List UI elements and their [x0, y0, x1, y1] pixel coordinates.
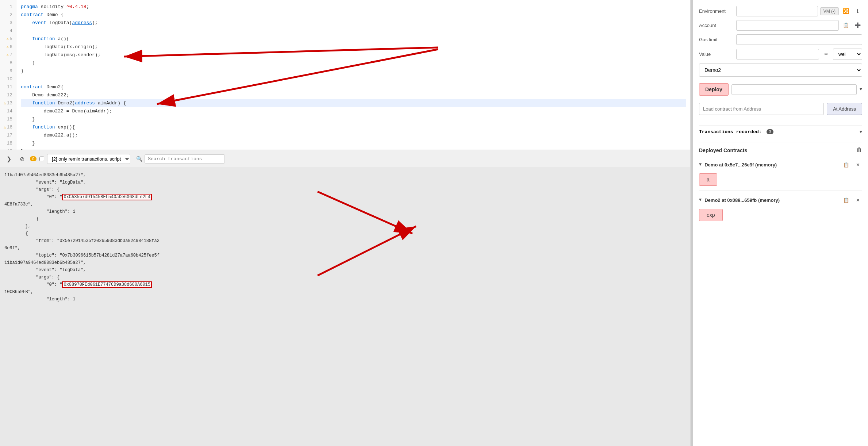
line-num-16: ⚠16: [1, 123, 15, 131]
log-highlight-1: 0xCA35b7d915458EF540aDe6068dFe2F4: [62, 194, 152, 200]
code-line-6: logData(tx.origin);: [21, 43, 686, 51]
toolbar: ❯ ⊘ 0 [2] only remix transactions, scrip…: [0, 150, 690, 168]
at-address-button[interactable]: At Address: [827, 103, 862, 115]
vm-badge: VM (-): [820, 7, 839, 15]
line-num-3: 3: [1, 19, 15, 27]
search-input[interactable]: [145, 154, 225, 164]
code-editor[interactable]: pragma solidity ^0.4.18; contract Demo {…: [16, 0, 690, 150]
code-line-11: contract Demo2{: [21, 83, 686, 91]
environment-label: Environment: [699, 8, 732, 14]
code-line-12: Demo demo222;: [21, 91, 686, 99]
deployed-header: Deployed Contracts 🗑: [699, 147, 862, 154]
log-highlight-2: 0x08970FEd061E7747CD9a38d680A6015: [62, 281, 152, 288]
contract1-chevron-icon[interactable]: ▼: [699, 162, 702, 167]
line-numbers: 1 2 3 4 ⚠5 ⚠6 ⚠7 8 9 10 11 12 ⚠13 14 15 …: [0, 0, 16, 150]
copy-account-icon[interactable]: 📋: [841, 21, 850, 30]
line-num-7: ⚠7: [1, 51, 15, 59]
environment-row: Environment JavaScript VM VM (-) 🔀 ℹ: [699, 6, 862, 16]
badge-count: 0: [30, 156, 37, 161]
deployed-title: Deployed Contracts: [699, 147, 747, 153]
value-unit-select[interactable]: wei: [833, 49, 862, 60]
code-line-16: function exp(){: [21, 123, 686, 131]
log-text-before: 11ba1d07a9464ed8083eb6b485a27", "event":…: [4, 172, 686, 303]
line-num-14: 14: [1, 107, 15, 115]
code-line-14: demo222 = Demo(aimAddr);: [21, 107, 686, 115]
line-num-19: 19: [1, 147, 15, 150]
value-row: Value 0 ⌨ wei: [699, 49, 862, 60]
account-row: Account 0xca3...a733c (99.99999999999999…: [699, 20, 862, 31]
line-num-10: 10: [1, 75, 15, 83]
trash-icon[interactable]: 🗑: [856, 147, 862, 154]
code-line-13: function Demo2(address aimAddr) {: [21, 99, 686, 107]
line-num-17: 17: [1, 131, 15, 139]
transactions-label: Transactions recorded: 3: [699, 129, 773, 135]
search-icon[interactable]: 🔍: [136, 156, 142, 162]
log-area[interactable]: 11ba1d07a9464ed8083eb6b485a27", "event":…: [0, 168, 690, 446]
value-input[interactable]: 0: [736, 49, 819, 59]
code-line-4: [21, 27, 686, 35]
transactions-badge: 3: [767, 129, 773, 134]
line-num-1: 1: [1, 3, 15, 11]
divider-1: [699, 190, 862, 191]
environment-input[interactable]: JavaScript VM: [736, 6, 818, 16]
line-num-8: 8: [1, 59, 15, 67]
load-address-input[interactable]: [699, 103, 824, 115]
line-num-13: ⚠13: [1, 99, 15, 107]
address-row: At Address: [699, 103, 862, 115]
code-line-5: function a(){: [21, 35, 686, 43]
contract-item-2: ▼ Demo2 at 0x089...659fb (memory) 📋 ✕ ex…: [699, 193, 862, 221]
account-input[interactable]: 0xca3...a733c (99.9999999999999997139...: [736, 20, 839, 31]
line-num-6: ⚠6: [1, 43, 15, 51]
contract2-chevron-icon[interactable]: ▼: [699, 197, 702, 203]
code-line-1: pragma solidity ^0.4.18;: [21, 3, 686, 11]
stop-btn[interactable]: ⊘: [17, 154, 27, 164]
right-panel: Environment JavaScript VM VM (-) 🔀 ℹ Acc…: [693, 0, 868, 446]
deploy-button[interactable]: Deploy: [699, 83, 729, 96]
contract2-name: Demo2 at 0x089...659fb (memory): [704, 197, 839, 203]
line-num-5: ⚠5: [1, 35, 15, 43]
contract1-copy-btn[interactable]: 📋: [842, 160, 850, 169]
contract2-fn-btn[interactable]: exp: [699, 209, 723, 221]
line-num-9: 9: [1, 67, 15, 75]
contract1-close-btn[interactable]: ✕: [853, 160, 862, 169]
deploy-params-input[interactable]: address aimAddr: [731, 84, 857, 95]
line-num-11: 11: [1, 83, 15, 91]
contract2-copy-btn[interactable]: 📋: [842, 196, 850, 204]
gas-limit-input[interactable]: 3000000: [736, 34, 862, 45]
line-num-2: 2: [1, 11, 15, 19]
line-num-18: 18: [1, 139, 15, 147]
code-line-15: }: [21, 115, 686, 123]
gas-limit-label: Gas limit: [699, 37, 732, 42]
code-line-18: }: [21, 139, 686, 147]
filter-select[interactable]: [2] only remix transactions, script: [47, 154, 130, 164]
gas-limit-row: Gas limit 3000000: [699, 34, 862, 45]
transactions-chevron-icon[interactable]: ▼: [860, 130, 862, 135]
value-icon: ⌨: [821, 50, 831, 59]
code-line-10: [21, 75, 686, 83]
line-num-12: 12: [1, 91, 15, 99]
deployed-contracts-section: Deployed Contracts 🗑 ▼ Demo at 0x5e7...2…: [699, 142, 862, 226]
contract1-header: ▼ Demo at 0x5e7...26e9f (memory) 📋 ✕: [699, 158, 862, 171]
account-label: Account: [699, 23, 732, 28]
filter-checkbox[interactable]: [39, 157, 44, 161]
code-line-7: logData(msg.sender);: [21, 51, 686, 59]
deploy-row: Deploy address aimAddr ▼: [699, 83, 862, 96]
code-line-3: event logData(address);: [21, 19, 686, 27]
deploy-chevron-icon[interactable]: ▼: [860, 87, 862, 92]
contract-select[interactable]: Demo2: [699, 64, 862, 77]
code-line-9: }: [21, 67, 686, 75]
info-icon[interactable]: ℹ: [853, 7, 862, 16]
contract1-fn-btn[interactable]: a: [699, 173, 717, 186]
toggle-btn[interactable]: ❯: [4, 154, 14, 164]
contract-item-1: ▼ Demo at 0x5e7...26e9f (memory) 📋 ✕ a: [699, 158, 862, 186]
contract1-name: Demo at 0x5e7...26e9f (memory): [704, 162, 839, 168]
code-line-19: }: [21, 147, 686, 150]
line-num-15: 15: [1, 115, 15, 123]
contract2-close-btn[interactable]: ✕: [853, 196, 862, 204]
add-account-icon[interactable]: ➕: [853, 21, 862, 30]
fork-icon[interactable]: 🔀: [841, 7, 850, 16]
value-label: Value: [699, 51, 732, 57]
transactions-section: Transactions recorded: 3 ▼: [699, 125, 862, 138]
code-line-17: demo222.a();: [21, 131, 686, 139]
contract2-header: ▼ Demo2 at 0x089...659fb (memory) 📋 ✕: [699, 193, 862, 207]
